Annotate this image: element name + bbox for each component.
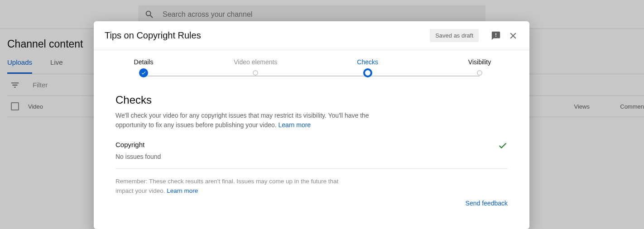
draft-badge: Saved as draft [430, 29, 479, 42]
step-dot [253, 70, 258, 76]
feedback-icon [491, 31, 501, 41]
note-learn-more-link[interactable]: Learn more [167, 187, 198, 194]
copyright-status: No issues found [115, 153, 498, 160]
step-visibility[interactable]: Visibility [448, 58, 511, 77]
modal-overlay: Tips on Copyright Rules Saved as draft D… [0, 0, 644, 229]
copyright-title: Copyright [115, 141, 498, 148]
step-dot [477, 70, 482, 76]
feedback-icon-button[interactable] [489, 29, 503, 43]
close-icon [508, 31, 518, 41]
section-title: Checks [115, 94, 508, 106]
close-button[interactable] [506, 29, 520, 43]
step-video-elements[interactable]: Video elements [224, 58, 287, 77]
copyright-check: Copyright No issues found [115, 141, 508, 169]
results-note: Remember: These check results aren't fin… [115, 177, 342, 196]
step-dot-done [139, 68, 148, 77]
dialog-title: Tips on Copyright Rules [105, 30, 430, 41]
upload-dialog: Tips on Copyright Rules Saved as draft D… [94, 21, 529, 229]
stepper: Details Video elements Checks Visibility [112, 58, 511, 86]
step-checks[interactable]: Checks [336, 58, 399, 77]
step-dot-active [363, 68, 372, 77]
learn-more-link[interactable]: Learn more [279, 121, 311, 129]
step-details[interactable]: Details [112, 58, 175, 77]
send-feedback-link[interactable]: Send feedback [466, 200, 508, 207]
section-desc: We'll check your video for any copyright… [115, 111, 369, 130]
check-ok-icon [498, 141, 508, 153]
dialog-header: Tips on Copyright Rules Saved as draft [94, 21, 529, 50]
